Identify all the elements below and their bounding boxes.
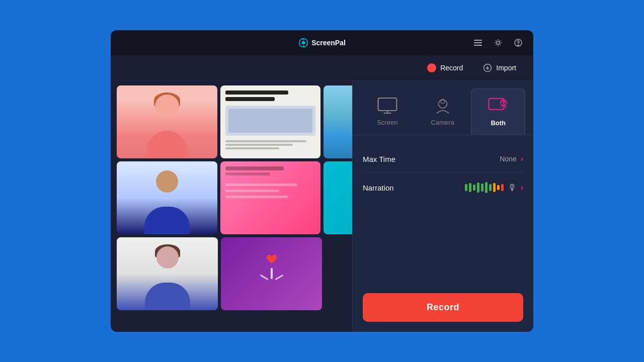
svg-rect-4	[474, 45, 482, 46]
narration-value: 🎙 ›	[465, 182, 523, 193]
settings-section: Max Time None › Narration	[353, 135, 533, 212]
max-time-text: None	[500, 155, 516, 163]
narration-row[interactable]: Narration	[363, 173, 523, 202]
record-button-container: Record	[353, 283, 533, 332]
list-item[interactable]	[117, 85, 217, 158]
bar-8	[493, 183, 496, 192]
list-item[interactable]	[220, 85, 321, 158]
list-item[interactable]	[220, 161, 321, 234]
panel-content: Max Time None › Narration	[353, 135, 533, 332]
content-area: Screen Camera	[111, 80, 533, 332]
bar-9	[497, 185, 500, 190]
max-time-value: None ›	[500, 154, 523, 163]
app-window: ScreenPal	[111, 30, 533, 332]
tab-screen[interactable]: Screen	[361, 88, 414, 135]
bar-2	[469, 183, 471, 192]
help-icon-btn[interactable]	[511, 36, 525, 50]
tab-both-label: Both	[491, 119, 506, 127]
record-button-main[interactable]: Record	[363, 293, 523, 322]
bar-5	[481, 184, 484, 192]
tab-both[interactable]: Both	[471, 88, 525, 135]
narration-label: Narration	[363, 184, 394, 192]
chevron-right-icon: ›	[521, 183, 523, 192]
svg-rect-3	[474, 42, 482, 43]
bar-7	[489, 184, 492, 191]
svg-point-10	[438, 100, 447, 108]
svg-point-5	[497, 41, 500, 44]
settings-icon-btn[interactable]	[491, 36, 505, 50]
svg-rect-2	[474, 40, 482, 41]
max-time-row[interactable]: Max Time None ›	[363, 145, 523, 173]
microphone-icon: 🎙	[508, 183, 517, 193]
mode-tabs: Screen Camera	[353, 80, 533, 135]
tab-screen-label: Screen	[377, 119, 397, 126]
audio-bars	[465, 182, 504, 193]
record-label: Record	[440, 64, 463, 72]
logo-text: ScreenPal	[311, 39, 346, 47]
bar-3	[473, 185, 475, 191]
app-logo: ScreenPal	[298, 38, 346, 48]
title-bar-controls	[471, 36, 525, 50]
action-bar: Record Import	[111, 55, 533, 80]
bar-10	[501, 184, 504, 191]
import-label: Import	[496, 64, 516, 72]
tab-camera[interactable]: Camera	[416, 88, 469, 135]
title-bar: ScreenPal	[111, 30, 533, 55]
list-item[interactable]	[117, 161, 217, 234]
svg-point-7	[518, 45, 519, 46]
record-button-top[interactable]: Record	[422, 60, 468, 75]
tab-camera-label: Camera	[431, 119, 454, 126]
bar-4	[477, 183, 479, 193]
list-icon-btn[interactable]	[471, 36, 485, 50]
bar-6	[485, 182, 488, 193]
svg-point-1	[302, 41, 305, 45]
list-item[interactable]	[221, 237, 322, 310]
record-dot	[427, 63, 436, 72]
record-panel: Screen Camera	[352, 80, 533, 332]
chevron-right-icon: ›	[521, 154, 523, 163]
svg-rect-9	[378, 98, 396, 111]
list-item[interactable]	[117, 237, 218, 310]
import-button[interactable]: Import	[478, 60, 521, 75]
bar-1	[465, 184, 467, 191]
max-time-label: Max Time	[363, 155, 395, 163]
